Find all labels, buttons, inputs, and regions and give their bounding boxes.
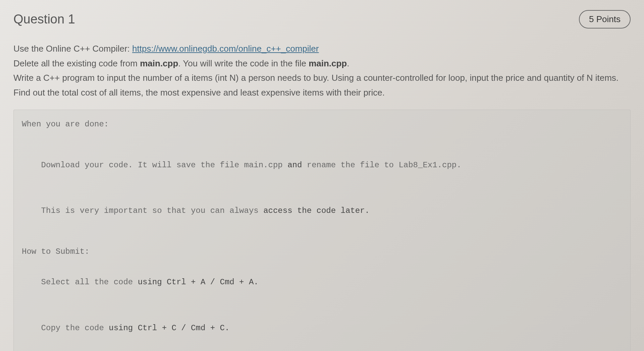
code-line-3: This is very important so that you can a… <box>22 188 622 234</box>
code-line-1: When you are done: <box>22 117 622 132</box>
body-line-2: Delete all the existing code from main.c… <box>13 57 631 71</box>
code-line-4: How to Submit: <box>22 244 622 259</box>
question-body: Use the Online C++ Compiler: https://www… <box>13 42 631 100</box>
instructions-code-block: When you are done: Download your code. I… <box>13 110 631 351</box>
compiler-link[interactable]: https://www.onlinegdb.com/online_c++_com… <box>132 44 319 54</box>
body-line-4: Find out the total cost of all items, th… <box>13 86 631 100</box>
code-line-6: Copy the code using Ctrl + C / Cmd + C. <box>22 305 622 351</box>
question-title: Question 1 <box>13 12 75 26</box>
body-line-1-prefix: Use the Online C++ Compiler: <box>13 44 132 54</box>
code-line-5: Select all the code using Ctrl + A / Cmd… <box>22 259 622 305</box>
filename-bold: main.cpp <box>140 58 178 68</box>
code-line-2: Download your code. It will save the fil… <box>22 142 622 188</box>
points-badge: 5 Points <box>579 10 631 28</box>
filename-bold-2: main.cpp <box>309 58 347 68</box>
body-line-1: Use the Online C++ Compiler: https://www… <box>13 42 631 56</box>
body-line-3: Write a C++ program to input the number … <box>13 71 631 85</box>
question-header: Question 1 5 Points <box>13 10 631 28</box>
